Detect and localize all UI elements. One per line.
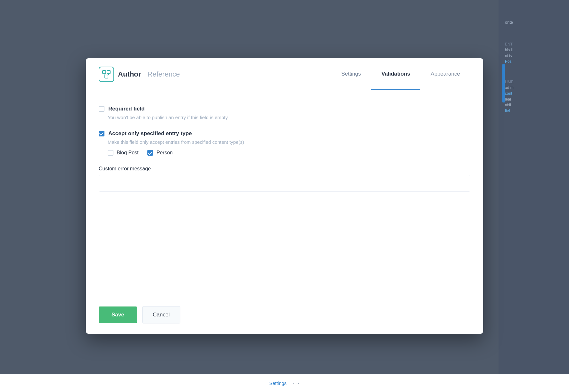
bg-text-abli: abli: [505, 103, 563, 107]
bg-link-fiel: fiel: [505, 109, 563, 113]
bottom-dots: ···: [293, 380, 300, 387]
person-label: Person: [156, 150, 173, 156]
entry-type-blog-post: Blog Post: [108, 150, 138, 156]
bg-section-1: ENT his li nt ty Pos: [505, 42, 563, 64]
tab-appearance[interactable]: Appearance: [420, 59, 470, 90]
bg-text-is: his li: [505, 48, 563, 52]
custom-error-label: Custom error message: [99, 166, 470, 172]
bg-text-nt: nt ty: [505, 53, 563, 58]
tab-settings[interactable]: Settings: [331, 59, 371, 90]
background-panel: onte ENT his li nt ty Pos UME ad m cont …: [499, 0, 569, 392]
bg-label-ume: UME: [505, 80, 563, 84]
blue-accent-bar: [502, 64, 505, 102]
required-field-desc: You won't be able to publish an entry if…: [108, 115, 470, 120]
tab-validations[interactable]: Validations: [371, 59, 421, 90]
blog-post-checkbox[interactable]: [108, 150, 113, 156]
bg-label-ent: ENT: [505, 42, 563, 46]
modal-tabs: Settings Validations Appearance: [331, 58, 470, 90]
bg-link-cont: cont: [505, 91, 563, 96]
save-button[interactable]: Save: [99, 306, 137, 323]
svg-rect-0: [103, 70, 106, 74]
bg-text-ad: ad m: [505, 86, 563, 90]
person-checkbox[interactable]: [147, 150, 153, 156]
modal-body: Required field You won't be able to publ…: [86, 90, 483, 296]
svg-rect-1: [107, 70, 110, 74]
blog-post-label: Blog Post: [117, 150, 138, 156]
accept-only-row: Accept only specified entry type: [99, 130, 470, 137]
svg-rect-2: [105, 75, 108, 78]
accept-only-section: Accept only specified entry type Make th…: [99, 130, 470, 156]
bottom-bar: Settings ···: [0, 374, 569, 392]
modal-dialog: Author Reference Settings Validations Ap…: [86, 58, 483, 334]
accept-only-checkbox[interactable]: [99, 131, 104, 136]
custom-error-section: Custom error message: [99, 166, 470, 192]
cancel-button[interactable]: Cancel: [142, 306, 180, 323]
required-field-checkbox[interactable]: [99, 106, 104, 112]
bg-text-lear: lear: [505, 97, 563, 102]
modal-footer: Save Cancel: [86, 296, 483, 334]
required-field-label: Required field: [108, 106, 144, 112]
bottom-settings-link[interactable]: Settings: [269, 380, 286, 386]
required-field-section: Required field You won't be able to publ…: [99, 106, 470, 120]
brand-icon: [99, 67, 114, 82]
bg-link-pos: Pos: [505, 59, 563, 64]
brand-title: Author: [118, 70, 141, 78]
bg-section-2: UME ad m cont lear abli fiel: [505, 80, 563, 113]
accept-only-label: Accept only specified entry type: [108, 130, 192, 137]
header-brand: Author Reference: [99, 67, 180, 82]
accept-only-desc: Make this field only accept entries from…: [108, 139, 470, 145]
custom-error-input[interactable]: [99, 175, 470, 192]
entry-type-person: Person: [147, 150, 173, 156]
modal-header: Author Reference Settings Validations Ap…: [86, 58, 483, 90]
body-spacer: [99, 202, 470, 283]
required-field-row: Required field: [99, 106, 470, 112]
bg-text-1: onte: [505, 19, 563, 26]
entry-types-list: Blog Post Person: [108, 150, 470, 156]
brand-subtitle: Reference: [147, 70, 180, 78]
